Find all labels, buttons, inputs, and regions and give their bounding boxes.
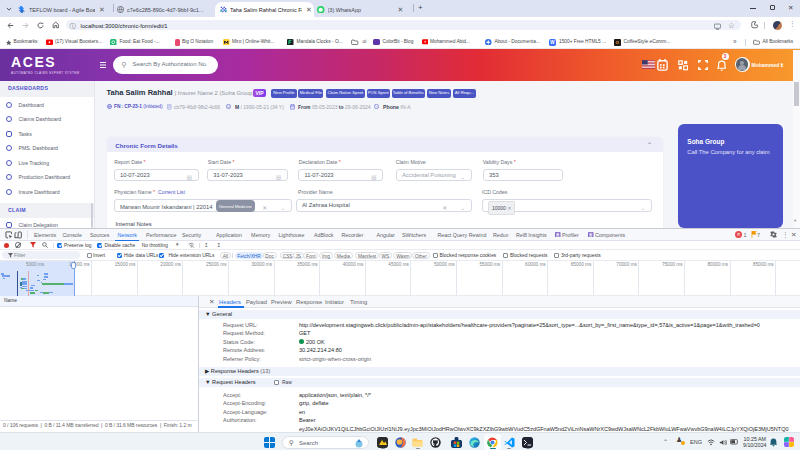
svg-text:W: W [550,40,555,45]
